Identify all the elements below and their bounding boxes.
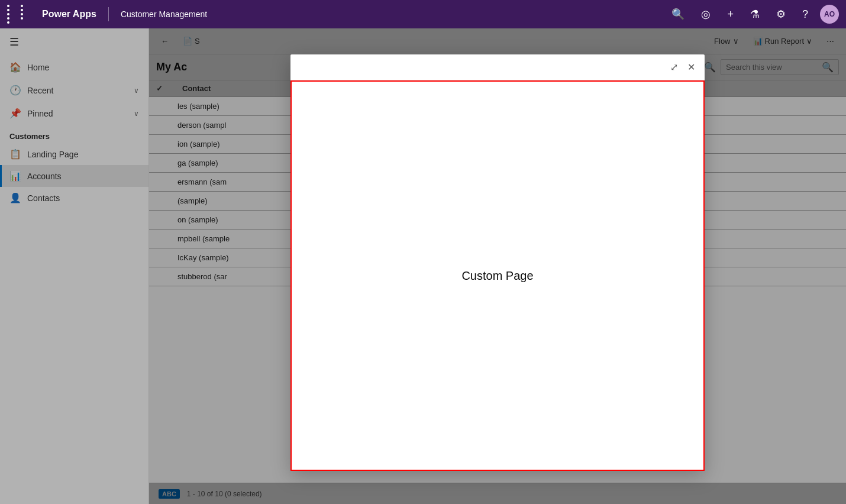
sidebar-item-pinned[interactable]: 📌 Pinned ∨ — [0, 102, 148, 125]
expand-icon[interactable]: ⤢ — [668, 59, 680, 75]
modal-body: Custom Page — [290, 80, 705, 471]
sidebar-top: ☰ — [0, 28, 148, 56]
sidebar-item-recent[interactable]: 🕐 Recent ∨ — [0, 79, 148, 102]
modal-dialog: ⤢ ✕ Custom Page — [290, 54, 705, 471]
chevron-down-icon: ∨ — [134, 86, 139, 95]
modal-header: ⤢ ✕ — [290, 54, 705, 80]
sidebar-item-landing-page[interactable]: 📋 Landing Page — [0, 143, 148, 165]
home-label: Home — [27, 63, 49, 72]
app-name-label: Customer Management — [121, 9, 207, 19]
accounts-icon: 📊 — [9, 170, 21, 182]
recent-icon: 🕐 — [9, 85, 21, 96]
top-divider — [108, 7, 109, 21]
target-icon[interactable]: ◎ — [696, 5, 715, 23]
settings-icon[interactable]: ⚙ — [771, 5, 790, 23]
avatar[interactable]: AO — [820, 5, 839, 24]
landing-page-label: Landing Page — [27, 150, 78, 159]
sidebar-item-home[interactable]: 🏠 Home — [0, 56, 148, 79]
sidebar-item-accounts[interactable]: 📊 Accounts — [0, 165, 148, 187]
hamburger-icon[interactable]: ☰ — [9, 35, 19, 49]
close-icon[interactable]: ✕ — [685, 59, 698, 75]
home-icon: 🏠 — [9, 62, 21, 73]
help-icon[interactable]: ? — [797, 6, 813, 23]
pinned-label: Pinned — [27, 109, 53, 118]
contacts-label: Contacts — [27, 193, 60, 203]
add-icon[interactable]: + — [722, 6, 738, 23]
top-bar: Power Apps Customer Management 🔍 ◎ + ⚗ ⚙… — [0, 0, 846, 28]
pin-icon: 📌 — [9, 108, 21, 119]
customers-section-header: Customers — [0, 125, 148, 143]
search-icon[interactable]: 🔍 — [667, 5, 689, 23]
landing-page-icon: 📋 — [9, 148, 21, 160]
sidebar-item-contacts[interactable]: 👤 Contacts — [0, 187, 148, 209]
content-area: ← 📄 S Flow ∨ 📊 Run Report ∨ ⋯ My Ac — [149, 28, 846, 504]
modal-body-text: Custom Page — [461, 269, 533, 283]
sidebar: ☰ 🏠 Home 🕐 Recent ∨ 📌 Pinned ∨ Customers… — [0, 28, 149, 504]
brand-label: Power Apps — [42, 9, 96, 20]
contacts-icon: 👤 — [9, 192, 21, 203]
filter-icon[interactable]: ⚗ — [745, 5, 764, 23]
apps-grid-icon[interactable] — [7, 5, 33, 24]
chevron-down-icon-2: ∨ — [134, 109, 139, 118]
main-layout: ☰ 🏠 Home 🕐 Recent ∨ 📌 Pinned ∨ Customers… — [0, 28, 846, 504]
recent-label: Recent — [27, 86, 53, 95]
accounts-label: Accounts — [27, 172, 62, 181]
